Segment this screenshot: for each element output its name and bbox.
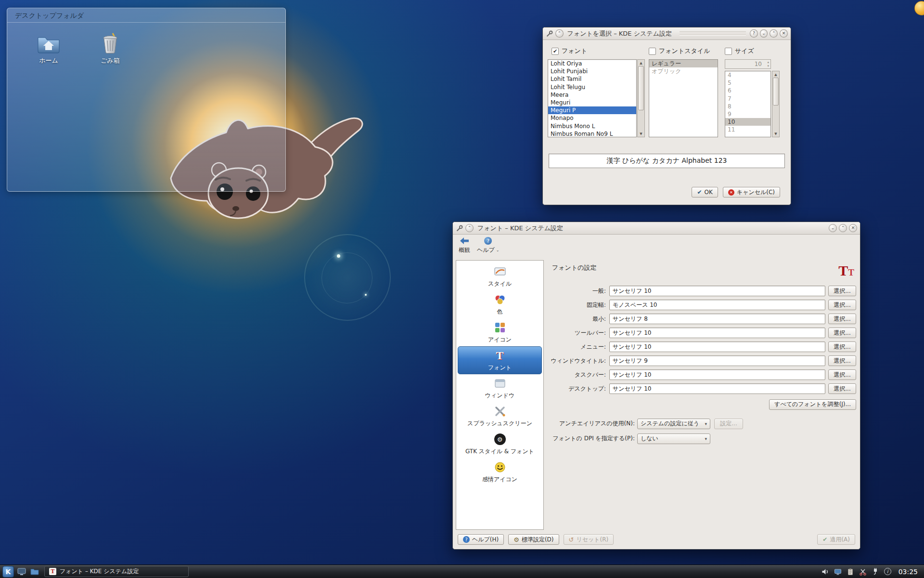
keep-above-button[interactable]: ⌃: [555, 29, 564, 38]
scroll-up-icon[interactable]: ▲: [772, 71, 779, 78]
font-list-item[interactable]: Lohit Oriya: [548, 60, 636, 67]
antialias-combobox[interactable]: システムの設定に従う ▾: [637, 419, 710, 429]
checkbox-font[interactable]: ✔ フォント: [552, 47, 587, 55]
display-settings-icon[interactable]: [834, 567, 842, 576]
notifications-info-icon[interactable]: i: [884, 568, 891, 575]
volume-icon[interactable]: [821, 567, 830, 576]
size-list-scrollbar[interactable]: ▲ ▼: [772, 71, 780, 137]
scroll-down-icon[interactable]: ▼: [638, 131, 644, 137]
antialias-configure-button[interactable]: 設定...: [714, 419, 743, 429]
font-list-item[interactable]: Meera: [548, 91, 636, 99]
font-list-item[interactable]: Monapo: [548, 114, 636, 122]
font-list-item[interactable]: Lohit Punjabi: [548, 67, 636, 75]
checkbox-box[interactable]: ✔: [552, 48, 559, 55]
font-family-list[interactable]: Lohit Oriya Lohit Punjabi Lohit Tamil Lo…: [548, 59, 637, 137]
help-button[interactable]: ? ヘルプ(H): [458, 534, 504, 545]
size-list-item[interactable]: 11: [725, 126, 770, 133]
show-desktop-icon[interactable]: [16, 566, 27, 577]
dpi-combobox[interactable]: しない ▾: [637, 434, 710, 444]
apply-button[interactable]: ✔ 適用(A): [817, 534, 855, 545]
plasma-toolbox-cashew[interactable]: [914, 1, 924, 15]
clipboard-icon[interactable]: [847, 567, 855, 576]
window-titlebar[interactable]: ⌃ フォント – KDE システム設定 ⌄ ⌃ ✕: [453, 222, 860, 235]
desktop-icon-trash[interactable]: ごみ箱: [87, 32, 133, 65]
font-list-item[interactable]: Lohit Tamil: [548, 75, 636, 83]
font-list-scrollbar[interactable]: ▲ ▼: [637, 59, 645, 137]
checkbox-size[interactable]: サイズ: [725, 47, 754, 55]
checkbox-box[interactable]: [725, 48, 732, 55]
sidebar-item-gtk-style[interactable]: ⚙ GTK スタイル & フォント: [456, 430, 543, 458]
sidebar-item-colors[interactable]: 色: [456, 290, 543, 318]
choose-font-button[interactable]: 選択...: [828, 355, 856, 366]
desktop-icon-home[interactable]: ホーム: [26, 34, 72, 65]
file-manager-icon[interactable]: [29, 566, 40, 577]
reset-button[interactable]: ↺ リセット(R): [564, 534, 614, 545]
font-preview-field[interactable]: 漢字 ひらがな カタカナ Alphabet 123: [549, 154, 785, 168]
size-list-item[interactable]: 4: [725, 71, 770, 79]
size-list-item[interactable]: 7: [725, 95, 770, 103]
desktop-folder-widget[interactable]: デスクトップフォルダ ホーム: [7, 8, 286, 192]
defaults-button[interactable]: ⚙ 標準設定(D): [508, 534, 559, 545]
fonts-icon: T: [496, 349, 503, 362]
scroll-up-icon[interactable]: ▲: [638, 60, 644, 66]
maximize-icon[interactable]: ⌃: [839, 224, 847, 232]
sidebar-item-emoticons[interactable]: 感情アイコン: [456, 458, 543, 486]
apply-check-icon: ✔: [822, 536, 827, 543]
keep-above-button[interactable]: ⌃: [465, 224, 474, 232]
choose-font-button[interactable]: 選択...: [828, 314, 856, 324]
sidebar-item-windows[interactable]: ウィンドウ: [456, 374, 543, 402]
kde-menu-button[interactable]: K: [2, 566, 14, 578]
style-list-item-selected[interactable]: レギュラー: [649, 60, 718, 67]
font-list-item-selected[interactable]: Meguri P: [548, 106, 636, 114]
scrollbar-thumb[interactable]: [773, 78, 779, 105]
checkbox-box[interactable]: [649, 48, 656, 55]
size-list-item[interactable]: 5: [725, 79, 770, 87]
font-list-item[interactable]: Nimbus Roman No9 L: [548, 130, 636, 137]
style-list-item[interactable]: オブリック: [649, 67, 718, 75]
scroll-down-icon[interactable]: ▼: [772, 131, 779, 137]
choose-font-button[interactable]: 選択...: [828, 300, 856, 310]
spin-down-icon[interactable]: ▾: [767, 64, 769, 68]
taskbar-panel: K KT フォント – KDE システム設定: [0, 565, 924, 578]
choose-font-button[interactable]: 選択...: [828, 383, 856, 394]
dialog-titlebar[interactable]: ⌃ フォントを選択 – KDE システム設定 ? ⌄ ⌃ ✕: [543, 27, 791, 40]
choose-font-button[interactable]: 選択...: [828, 342, 856, 352]
spin-up-icon[interactable]: ▴: [767, 60, 769, 64]
size-list-item[interactable]: 6: [725, 87, 770, 94]
close-icon[interactable]: ✕: [780, 29, 788, 38]
size-list-item-selected[interactable]: 10: [725, 118, 770, 126]
klipper-scissors-icon[interactable]: [859, 567, 867, 576]
choose-font-button[interactable]: 選択...: [828, 328, 856, 338]
font-list-item[interactable]: Nimbus Mono L: [548, 122, 636, 130]
unshade-button[interactable]: ⌃: [770, 29, 778, 38]
minimize-icon[interactable]: ⌄: [829, 224, 837, 232]
size-list-item[interactable]: 8: [725, 103, 770, 110]
sidebar-item-splash-screen[interactable]: スプラッシュスクリーン: [456, 402, 543, 430]
size-list-item[interactable]: 9: [725, 110, 770, 118]
adjust-all-fonts-button[interactable]: すべてのフォントを調整(J)...: [769, 399, 856, 410]
sidebar-item-icons[interactable]: アイコン: [456, 318, 543, 346]
font-style-list[interactable]: レギュラー オブリック: [649, 59, 718, 137]
font-list-item[interactable]: Lohit Telugu: [548, 83, 636, 91]
sidebar-item-style[interactable]: スタイル: [456, 263, 543, 290]
ok-button[interactable]: ✔ OK: [692, 187, 718, 197]
scrollbar-thumb[interactable]: [638, 66, 644, 110]
help-button[interactable]: ?: [750, 29, 758, 38]
font-list-item[interactable]: Meguri: [548, 99, 636, 106]
close-icon[interactable]: ✕: [849, 224, 857, 232]
cancel-button[interactable]: ✕ キャンセル(C): [723, 187, 780, 197]
shade-button[interactable]: ⌄: [760, 29, 768, 38]
defaults-icon: ⚙: [513, 536, 519, 543]
taskbar-clock[interactable]: 03:25: [898, 568, 922, 576]
choose-font-button[interactable]: 選択...: [828, 286, 856, 296]
taskbar-task-fonts[interactable]: KT フォント – KDE システム設定: [44, 566, 189, 577]
font-size-list[interactable]: 4 5 6 7 8 9 10 11: [725, 71, 771, 137]
checkbox-font-style[interactable]: フォントスタイル: [649, 47, 710, 55]
sidebar-item-fonts[interactable]: T フォント: [458, 346, 542, 374]
overview-button[interactable]: 概観: [459, 236, 470, 254]
network-icon[interactable]: [872, 567, 880, 576]
font-value-field: サンセリフ 10: [609, 383, 825, 394]
choose-font-button[interactable]: 選択...: [828, 369, 856, 380]
help-menu-button[interactable]: ? ヘルプ ⌄: [477, 236, 500, 254]
size-spinbox[interactable]: 10 ▴ ▾: [725, 59, 771, 69]
